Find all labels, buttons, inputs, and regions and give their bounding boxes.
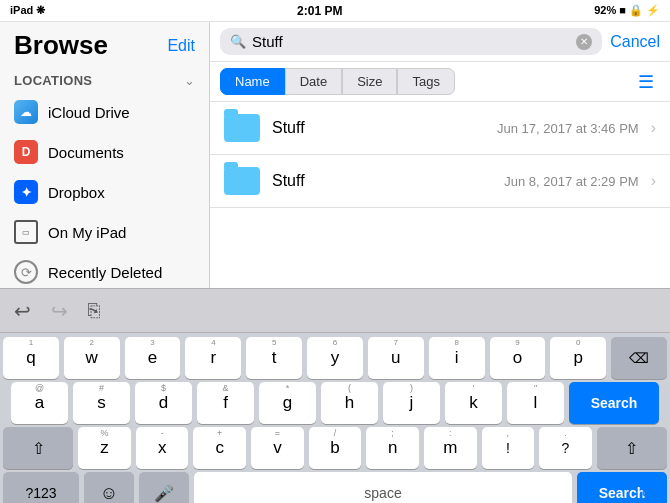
sort-tabs: Name Date Size Tags [220,68,455,95]
sidebar-item-icloud[interactable]: ☁ iCloud Drive [0,92,209,132]
keyboard-row-2: @a #s $d &f *g (h )j 'k "l Search [3,382,667,424]
key-x[interactable]: -x [136,427,189,469]
sidebar-item-deleted[interactable]: ⟳ Recently Deleted [0,252,209,292]
sidebar-item-label-icloud: iCloud Drive [48,104,130,121]
locations-label: Locations [14,73,92,88]
toolbar: ↩ ↪ ⎘ [0,288,670,332]
folder-icon-1 [224,167,260,195]
documents-icon: D [14,140,38,164]
main-layout: Browse Edit Locations ⌄ ☁ iCloud Drive D… [0,22,670,288]
key-j[interactable]: )j [383,382,440,424]
edit-button[interactable]: Edit [167,37,195,55]
file-row-1[interactable]: Stuff Jun 8, 2017 at 2:29 PM › [210,155,670,208]
status-carrier: iPad ❋ [10,4,45,17]
key-v[interactable]: =v [251,427,304,469]
sidebar: Browse Edit Locations ⌄ ☁ iCloud Drive D… [0,22,210,288]
keyboard-row-4: ?123 ☺ 🎤 space Search [3,472,667,503]
key-comma[interactable]: ,! [482,427,535,469]
key-f[interactable]: &f [197,382,254,424]
redo-button[interactable]: ↪ [51,299,68,323]
deleted-icon: ⟳ [14,260,38,284]
key-d[interactable]: $d [135,382,192,424]
key-z[interactable]: %z [78,427,131,469]
key-m[interactable]: :m [424,427,477,469]
file-name-1: Stuff [272,172,492,190]
search-input-value[interactable]: Stuff [252,33,570,50]
key-backspace[interactable]: ⌫ [611,337,667,379]
status-battery: 92% ■ 🔒 ⚡ [594,4,660,17]
search-input-wrap[interactable]: 🔍 Stuff ✕ [220,28,602,55]
locations-section-header: Locations ⌄ [0,65,209,92]
sort-tab-name[interactable]: Name [220,68,285,95]
key-o[interactable]: 9o [490,337,546,379]
sidebar-item-label-dropbox: Dropbox [48,184,105,201]
icloud-icon: ☁ [14,100,38,124]
key-w[interactable]: 2w [64,337,120,379]
keyboard: 1q 2w 3e 4r 5t 6y 7u 8i 9o 0p ⌫ @a #s $d… [0,332,670,503]
sidebar-item-label-deleted: Recently Deleted [48,264,162,281]
file-date-0: Jun 17, 2017 at 3:46 PM [497,121,639,136]
status-bar: iPad ❋ 2:01 PM 92% ■ 🔒 ⚡ [0,0,670,22]
search-bar-row: 🔍 Stuff ✕ Cancel [210,22,670,62]
chevron-right-icon-0: › [651,119,656,137]
sidebar-item-label-ipad: On My iPad [48,224,126,241]
file-date-1: Jun 8, 2017 at 2:29 PM [504,174,638,189]
key-i[interactable]: 8i [429,337,485,379]
content-area: 🔍 Stuff ✕ Cancel Name Date Size Tags ☰ S… [210,22,670,288]
file-list: Stuff Jun 17, 2017 at 3:46 PM › Stuff Ju… [210,102,670,288]
chevron-right-icon-1: › [651,172,656,190]
cancel-button[interactable]: Cancel [610,33,660,51]
search-key[interactable]: Search [569,382,659,424]
file-name-0: Stuff [272,119,485,137]
key-k[interactable]: 'k [445,382,502,424]
file-info-1: Stuff [272,172,492,190]
dropbox-icon: ✦ [14,180,38,204]
file-row-0[interactable]: Stuff Jun 17, 2017 at 3:46 PM › [210,102,670,155]
key-b[interactable]: /b [309,427,362,469]
key-y[interactable]: 6y [307,337,363,379]
key-t[interactable]: 5t [246,337,302,379]
undo-button[interactable]: ↩ [14,299,31,323]
keyboard-row-3: ⇧ %z -x +c =v /b ;n :m ,! .? ⇧ [3,427,667,469]
list-view-button[interactable]: ☰ [632,69,660,95]
key-r[interactable]: 4r [185,337,241,379]
key-s[interactable]: #s [73,382,130,424]
folder-icon-0 [224,114,260,142]
keyboard-row-1: 1q 2w 3e 4r 5t 6y 7u 8i 9o 0p ⌫ [3,337,667,379]
status-time: 2:01 PM [297,4,342,18]
sort-tab-tags[interactable]: Tags [397,68,454,95]
sidebar-item-label-documents: Documents [48,144,124,161]
ipad-icon: ▭ [14,220,38,244]
file-info-0: Stuff [272,119,485,137]
sort-tabs-row: Name Date Size Tags ☰ [210,62,670,102]
paste-button[interactable]: ⎘ [88,299,100,322]
key-e[interactable]: 3e [125,337,181,379]
key-shift-left[interactable]: ⇧ [3,427,73,469]
search-icon: 🔍 [230,34,246,49]
browse-title: Browse [14,30,108,61]
key-space[interactable]: space [194,472,572,503]
search-key-bottom[interactable]: Search [577,472,667,503]
sidebar-header: Browse Edit [0,22,209,65]
sort-tab-date[interactable]: Date [285,68,342,95]
key-q[interactable]: 1q [3,337,59,379]
key-p[interactable]: 0p [550,337,606,379]
sidebar-item-documents[interactable]: D Documents [0,132,209,172]
chevron-icon: ⌄ [184,73,195,88]
sort-tab-size[interactable]: Size [342,68,397,95]
key-g[interactable]: *g [259,382,316,424]
search-clear-button[interactable]: ✕ [576,34,592,50]
key-a[interactable]: @a [11,382,68,424]
key-mic[interactable]: 🎤 [139,472,189,503]
key-shift-right[interactable]: ⇧ [597,427,667,469]
key-period[interactable]: .? [539,427,592,469]
key-numbers[interactable]: ?123 [3,472,79,503]
key-n[interactable]: ;n [366,427,419,469]
key-l[interactable]: "l [507,382,564,424]
sidebar-item-dropbox[interactable]: ✦ Dropbox [0,172,209,212]
key-u[interactable]: 7u [368,337,424,379]
sidebar-item-ipad[interactable]: ▭ On My iPad [0,212,209,252]
key-c[interactable]: +c [193,427,246,469]
key-emoji[interactable]: ☺ [84,472,134,503]
key-h[interactable]: (h [321,382,378,424]
